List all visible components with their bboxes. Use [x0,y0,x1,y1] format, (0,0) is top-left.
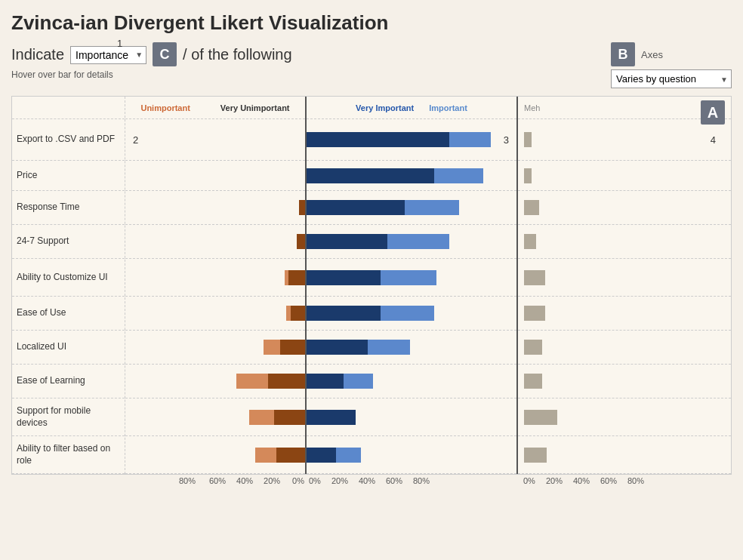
right-chart: 3 Very Important Important [307,97,518,474]
very-unimportant-bar [288,270,305,285]
very-important-bar [307,374,344,389]
meh-header: Meh 4 A [518,97,731,119]
meh-row [518,297,731,331]
important-bar [387,234,449,249]
important-bar [449,132,491,147]
right-row [307,436,516,474]
meh-ticks: 0% 20% 40% 60% 80% [517,476,732,485]
very-unimportant-bar [280,340,305,355]
left-row [125,225,305,259]
col-important-header: Important [429,103,467,112]
label-cell: Ease of Learning [12,365,125,398]
meh-chart: Meh 4 A [518,97,731,474]
axes-dropdown[interactable]: Varies by question Fixed Custom [611,69,732,88]
badge-b: B [611,42,635,66]
tick-40-right: 40% [359,476,375,485]
left-row [125,119,305,161]
col-very-unimportant-header: Very Unimportant [220,103,290,112]
left-header: 2 Unimportant Very Unimportant [125,97,305,119]
meh-row [518,365,731,398]
tick-20-meh: 20% [546,476,563,485]
tick-0-left: 0% [292,476,304,485]
left-row [125,259,305,297]
importance-dropdown-wrapper[interactable]: Importance Satisfaction Frequency [70,45,146,64]
label-header: 1 [12,97,125,119]
very-important-bar [307,168,434,183]
label-cell: Ability to filter based on role [12,436,125,474]
page-title: Zvinca-ian Divergent Likert Visualizatio… [11,11,732,35]
meh-row [518,398,731,436]
chart-container: 1 Export to .CSV and PDFPriceResponse Ti… [11,96,732,475]
left-row [125,191,305,225]
col-very-important-header: Very Important [356,103,414,112]
label-cell: Ease of Use [12,297,125,331]
right-row [307,191,516,225]
left-row [125,398,305,436]
right-ticks: 0% 20% 40% 60% 80% [306,476,517,485]
meh-bar [524,132,532,147]
right-row [307,398,516,436]
meh-row [518,436,731,474]
meh-bar [524,200,539,215]
meh-bar [524,234,536,249]
very-important-bar [307,306,381,321]
tick-80-right: 80% [413,476,430,485]
meh-bar [524,448,547,463]
label-cell: Support for mobile devices [12,398,125,436]
right-row [307,297,516,331]
importance-dropdown[interactable]: Importance Satisfaction Frequency [70,46,146,64]
axes-panel: B Axes Varies by question Fixed Custom [611,42,732,88]
very-unimportant-bar [276,448,306,463]
important-bar [344,374,373,389]
badge-c: C [153,42,177,66]
important-bar [434,168,483,183]
very-unimportant-bar [274,410,305,425]
axes-dropdown-wrapper[interactable]: Varies by question Fixed Custom [611,69,732,88]
right-row [307,225,516,259]
label-tick-spacer [11,476,125,485]
right-row [307,119,516,161]
important-bar [405,200,459,215]
tick-40-meh: 40% [573,476,590,485]
important-bar [381,270,437,285]
col-unimportant-header: Unimportant [140,103,190,112]
header-left: Indicate Importance Satisfaction Frequen… [11,42,292,80]
right-row [307,161,516,191]
meh-bar [524,410,557,425]
axes-label: Axes [641,49,663,60]
meh-label: Meh [524,103,540,112]
unimportant-bar [264,340,280,355]
page: Zvinca-ian Divergent Likert Visualizatio… [0,0,743,493]
left-row [125,161,305,191]
tick-20-right: 20% [331,476,348,485]
very-unimportant-bar [297,234,305,249]
hover-hint: Hover over bar for details [11,69,292,80]
number-3: 3 [504,134,509,146]
very-important-bar [307,448,336,463]
label-cells: Export to .CSV and PDFPriceResponse Time… [12,119,125,474]
of-following-label: / of the following [183,46,292,63]
left-row [125,331,305,365]
left-row [125,297,305,331]
tick-0-right: 0% [309,476,321,485]
meh-row [518,331,731,365]
meh-row [518,119,731,161]
very-important-bar [307,234,387,249]
label-cell: Ability to Customize UI [12,259,125,297]
meh-bar [524,306,545,321]
unimportant-bar [249,410,274,425]
meh-bar [524,270,545,285]
meh-bar [524,340,542,355]
left-rows [125,119,305,474]
unimportant-bar [255,448,276,463]
header-row: Indicate Importance Satisfaction Frequen… [11,42,732,88]
meh-row [518,161,731,191]
very-important-bar [307,340,368,355]
axis-ticks-row: 80% 60% 40% 20% 0% 0% 20% 40% 60% 80% 0%… [11,476,732,485]
left-row [125,436,305,474]
number-1: 1 [117,38,122,49]
right-header: 3 Very Important Important [307,97,516,119]
tick-80-left: 80% [179,476,196,485]
tick-60-left: 60% [209,476,226,485]
important-bar [368,340,409,355]
